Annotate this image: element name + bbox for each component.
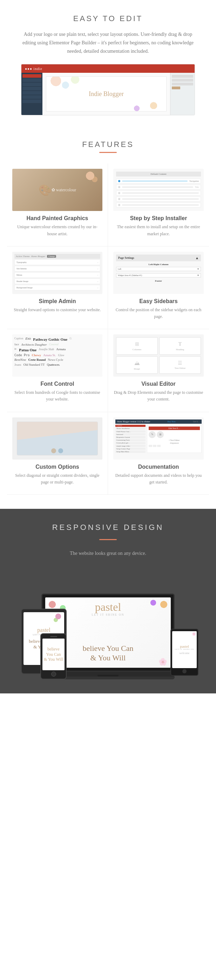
hand-painted-mock: ✿ watercolour <box>12 169 102 211</box>
feature-hand-painted: ✿ watercolour Hand Painted Graphics Uniq… <box>7 164 108 246</box>
responsive-description: The website looks great on any device. <box>11 550 205 556</box>
phone-speaker <box>50 636 57 637</box>
phone-screen: believe You Can& You Will <box>43 639 65 670</box>
feature-desc-easy-sidebars: Control the position of the sidebar widg… <box>113 307 204 320</box>
features-section: FEATURES ✿ watercolour Hand Painted Grap… <box>0 126 216 509</box>
feature-custom-options: Custom Options Select diagonal or straig… <box>7 412 108 495</box>
feature-image-hand-painted: ✿ watercolour <box>12 169 102 211</box>
feature-simple-admin: Active Theme Home Blogger Change Typogra… <box>7 247 108 329</box>
editor-sidebar <box>21 73 43 115</box>
small-phone-content: pastel LET IT SHINE ON welcome 🌸 <box>172 631 197 668</box>
feature-desc-visual-editor: Drag & Drop Elements around the page to … <box>113 389 204 402</box>
sidebar-item <box>22 100 41 103</box>
flower-br: 🌸 <box>159 657 167 666</box>
feature-desc-documentation: Detailed support documents and videos to… <box>113 472 204 485</box>
feature-title-simple-admin: Simple Admin <box>12 298 102 304</box>
phone-title: believe You Can& You Will <box>44 647 63 662</box>
easy-to-edit-section: EASY TO EDIT Add your logo or use plain … <box>0 0 216 126</box>
editor-logo: ●●● indie <box>25 67 43 71</box>
feature-image-step-installer: Default Content Navigation Title Use thi… <box>113 169 204 211</box>
editor-main-canvas: Indie Blogger <box>43 73 170 115</box>
ve-label-text-editor: Text Editor <box>175 367 186 369</box>
ve-block-image: ⛰ Image <box>116 356 158 374</box>
editor-canvas: Indie Blogger <box>46 76 167 111</box>
feature-font-control: Caption Exo Pathway Gothic One G face Ar… <box>7 329 108 412</box>
feature-step-installer: Default Content Navigation Title Use thi… <box>108 164 209 246</box>
phone-mockup: believe You Can& You Will <box>40 633 67 679</box>
responsive-title: RESPONSIVE DESIGN <box>11 523 205 532</box>
sidebar-item <box>22 87 41 91</box>
phone-frame: believe You Can& You Will <box>40 633 67 679</box>
ve-block-heading: T Heading <box>159 337 201 355</box>
step-installer-mock: Default Content Navigation Title Use thi… <box>113 169 204 211</box>
feature-visual-editor: ⊞ Columns T Heading ⛰ Image ☰ Text Edito… <box>108 329 209 412</box>
sidebar-item <box>22 95 41 99</box>
sidebar-item <box>22 91 41 95</box>
small-phone-subtitle: LET IT SHINE ON <box>175 648 194 650</box>
ve-label-image: Image <box>134 368 140 370</box>
panel-item <box>172 86 180 89</box>
feature-title-hand-painted: Hand Painted Graphics <box>12 215 102 221</box>
simple-admin-mock: Active Theme Home Blogger Change Typogra… <box>12 252 102 294</box>
phone-home-button <box>51 671 56 676</box>
panel-item <box>172 83 193 86</box>
small-phone-home-button <box>182 669 186 673</box>
feature-image-font-control: Caption Exo Pathway Gothic One G face Ar… <box>12 334 102 377</box>
panel-item <box>172 79 193 81</box>
small-phone-frame: pastel LET IT SHINE ON welcome 🌸 <box>170 629 199 676</box>
feature-title-step-installer: Step by Step Installer <box>113 215 204 221</box>
editor-screenshot: ●●● indie Indie Blogger <box>21 64 195 115</box>
feature-title-custom-options: Custom Options <box>12 464 102 470</box>
laptop-main-title: pastel <box>91 601 124 613</box>
small-phone-mockup: pastel LET IT SHINE ON welcome 🌸 <box>170 629 199 676</box>
feature-desc-font-control: Select from hundreds of Google fonts to … <box>12 389 102 402</box>
feature-documentation: Home Blogger version 1.0.2 by dSuker Buy… <box>108 412 209 495</box>
laptop-believe-text-2: & You Will <box>83 653 134 662</box>
image-icon: ⛰ <box>134 360 140 366</box>
sidebar-item <box>22 74 41 78</box>
ve-label-heading: Heading <box>176 348 184 351</box>
laptop-believe-text: believe You Can <box>83 644 134 653</box>
tablet-title: pastel <box>37 627 50 633</box>
feature-image-easy-sidebars: Page Settings ▲ Left/Right Column Left ▼… <box>113 252 204 294</box>
responsive-section: RESPONSIVE DESIGN The website looks grea… <box>0 509 216 694</box>
laptop-subtitle: LET IT SHINE ON <box>91 613 124 616</box>
feature-title-documentation: Documentation <box>113 464 204 470</box>
easy-to-edit-description: Add your logo or use plain text, select … <box>21 30 195 55</box>
ve-block-columns: ⊞ Columns <box>116 337 158 355</box>
devices-container: pastel LET IT SHINE ON believe You Can &… <box>11 567 205 679</box>
font-control-mock: Caption Exo Pathway Gothic One G face Ar… <box>12 334 102 377</box>
easy-sidebars-mock: Page Settings ▲ Left/Right Column Left ▼… <box>113 252 204 294</box>
features-title: FEATURES <box>7 140 209 149</box>
feature-image-documentation: Home Blogger version 1.0.2 by dSuker Buy… <box>113 417 204 460</box>
canvas-text: Indie Blogger <box>89 91 123 98</box>
tablet-flower <box>53 613 63 624</box>
small-phone-flower: 🌸 <box>192 632 196 636</box>
title-underline <box>99 152 117 153</box>
editor-right-panel <box>170 73 195 115</box>
feature-desc-custom-options: Select diagonal or straight content divi… <box>12 472 102 485</box>
columns-icon: ⊞ <box>135 341 139 347</box>
editor-topbar: ●●● indie <box>21 64 195 73</box>
custom-options-mock <box>12 417 102 460</box>
small-phone-title: pastel <box>180 644 189 648</box>
small-phone-text: welcome <box>180 652 190 655</box>
text-editor-icon: ☰ <box>178 361 182 366</box>
features-grid: ✿ watercolour Hand Painted Graphics Uniq… <box>7 164 209 495</box>
feature-title-visual-editor: Visual Editor <box>113 381 204 387</box>
sidebar-item <box>22 83 41 86</box>
documentation-mock: Home Blogger version 1.0.2 by dSuker Buy… <box>113 417 204 460</box>
responsive-underline <box>99 539 117 540</box>
feature-title-easy-sidebars: Easy Sidebars <box>113 298 204 304</box>
ve-block-text-editor: ☰ Text Editor <box>159 356 201 374</box>
feature-title-font-control: Font Control <box>12 381 102 387</box>
feature-desc-step-installer: The easiest them to install and setup on… <box>113 224 204 237</box>
phone-content: believe You Can& You Will <box>43 645 65 663</box>
editor-body: Indie Blogger <box>21 73 195 115</box>
small-phone-screen: pastel LET IT SHINE ON welcome 🌸 <box>172 631 197 668</box>
visual-editor-mock: ⊞ Columns T Heading ⛰ Image ☰ Text Edito… <box>113 334 204 377</box>
heading-icon: T <box>178 341 181 347</box>
feature-image-visual-editor: ⊞ Columns T Heading ⛰ Image ☰ Text Edito… <box>113 334 204 377</box>
feature-desc-simple-admin: Straight forward options to customise yo… <box>12 307 102 313</box>
sidebar-item <box>22 78 41 82</box>
